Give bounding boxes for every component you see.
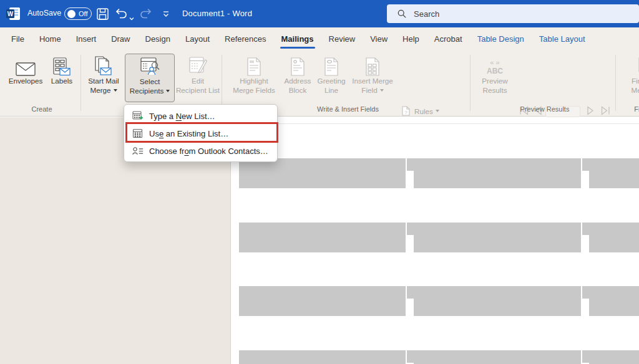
labels-icon (53, 54, 71, 76)
greeting-line-icon (324, 54, 339, 76)
label-table-row (239, 223, 639, 252)
shaded-label-cell (589, 158, 639, 188)
shaded-label-cell (414, 286, 581, 316)
autosave-state: Off (79, 10, 87, 17)
envelope-icon (16, 54, 36, 76)
start-mail-merge-icon (95, 54, 112, 76)
insert-merge-field-button: Insert Merge Field (349, 54, 396, 102)
tab-draw[interactable]: Draw (104, 27, 137, 50)
tab-layout[interactable]: Layout (178, 27, 217, 50)
autosave-toggle[interactable]: Off (64, 7, 92, 20)
label-table-row (239, 158, 639, 188)
word-window: W AutoSave Off (0, 0, 639, 364)
group-separator (80, 55, 81, 111)
document-page[interactable] (232, 117, 639, 364)
tab-design[interactable]: Design (138, 27, 178, 50)
labels-button[interactable]: Labels (46, 54, 77, 102)
ribbon-mailings: Envelopes Labels Create (0, 50, 639, 117)
shaded-label-cell (589, 223, 639, 252)
label-spacer-cell (406, 350, 414, 364)
autosave-toggle-knob (67, 10, 76, 18)
tab-table-layout[interactable]: Table Layout (532, 27, 593, 50)
highlight-merge-fields-icon (246, 54, 261, 76)
title-bar: W AutoSave Off (0, 0, 639, 27)
menu-item-choose-from-outlook-contacts[interactable]: Choose from Outlook Contacts… (124, 142, 277, 160)
shaded-label-cell (239, 286, 406, 316)
address-block-icon (290, 54, 305, 76)
start-mail-merge-button[interactable]: Start Mail Merge (84, 54, 124, 102)
label-spacer-cell (406, 286, 414, 316)
chevron-down-icon (436, 110, 439, 112)
svg-text:W: W (7, 11, 14, 17)
tab-insert[interactable]: Insert (69, 27, 104, 50)
address-block-button: Address Block (282, 54, 313, 102)
finish-merge-icon (637, 54, 639, 76)
tab-file[interactable]: File (4, 27, 32, 50)
preview-results-button: « » ABC Preview Results (476, 54, 514, 102)
shaded-label-cell (239, 158, 406, 188)
edit-recipient-list-icon (188, 54, 207, 76)
annotation-highlight-box (125, 122, 278, 143)
customize-toolbar-icon[interactable] (160, 7, 172, 20)
svg-text:« »: « » (490, 59, 499, 66)
tab-help[interactable]: Help (395, 27, 427, 50)
envelopes-button[interactable]: Envelopes (6, 54, 45, 102)
chevron-down-icon (380, 89, 384, 92)
finish-merge-button: Finish & Merge (622, 54, 639, 102)
save-icon[interactable] (96, 7, 109, 20)
label-spacer-cell (581, 158, 589, 188)
tab-view[interactable]: View (363, 27, 395, 50)
select-recipients-button[interactable]: Select Recipients (125, 54, 175, 102)
undo-dropdown-icon[interactable] (129, 12, 134, 23)
shaded-label-cell (239, 350, 406, 364)
group-label-preview-results: Preview Results (474, 105, 615, 113)
shaded-label-cell (414, 223, 581, 252)
tab-acrobat[interactable]: Acrobat (427, 27, 470, 50)
group-separator (222, 55, 222, 111)
label-spacer-cell (406, 223, 414, 252)
svg-text:ABC: ABC (487, 67, 503, 75)
search-icon (398, 9, 406, 18)
group-label-create: Create (6, 105, 77, 113)
label-spacer-cell (406, 158, 414, 188)
label-table-row (239, 286, 639, 316)
label-spacer-cell (581, 350, 589, 364)
undo-icon[interactable] (115, 7, 127, 20)
insert-merge-field-icon (365, 54, 380, 76)
highlight-merge-fields-button: Highlight Merge Fields (226, 54, 282, 102)
group-separator (470, 55, 471, 111)
tab-mailings[interactable]: Mailings (274, 27, 321, 50)
autosave-label: AutoSave (27, 9, 61, 17)
word-logo-icon: W (6, 6, 21, 21)
group-separator (615, 55, 616, 111)
tab-table-design[interactable]: Table Design (470, 27, 532, 50)
search-placeholder: Search (414, 9, 439, 19)
label-table-row (239, 350, 639, 364)
group-label-write-insert-fields: Write & Insert Fields (268, 105, 427, 113)
label-spacer-cell (581, 223, 589, 252)
shaded-label-cell (589, 286, 639, 316)
document-title: Document1 - Word (182, 9, 252, 18)
shaded-label-cell (414, 350, 581, 364)
preview-results-icon: « » ABC (484, 54, 505, 76)
table-new-list-icon (132, 110, 144, 122)
tab-home[interactable]: Home (32, 27, 69, 50)
ribbon-tabs: File Home Insert Draw Design Layout Refe… (0, 27, 639, 50)
redo-icon (140, 7, 152, 20)
tab-review[interactable]: Review (321, 27, 363, 50)
select-recipients-icon (140, 54, 160, 77)
tab-references[interactable]: References (217, 27, 273, 50)
chevron-down-icon (166, 90, 170, 92)
greeting-line-button: Greeting Line (315, 54, 348, 102)
outlook-contacts-icon (132, 145, 144, 156)
shaded-label-cell (414, 158, 581, 188)
label-spacer-cell (581, 286, 589, 316)
edit-recipient-list-button: Edit Recipient List (176, 54, 220, 102)
table-top-border (232, 123, 639, 124)
shaded-label-cell (589, 350, 639, 364)
chevron-down-icon (114, 89, 117, 92)
group-label-finish: Finish (622, 105, 639, 113)
search-input[interactable]: Search (387, 4, 639, 23)
shaded-label-cell (239, 223, 406, 252)
